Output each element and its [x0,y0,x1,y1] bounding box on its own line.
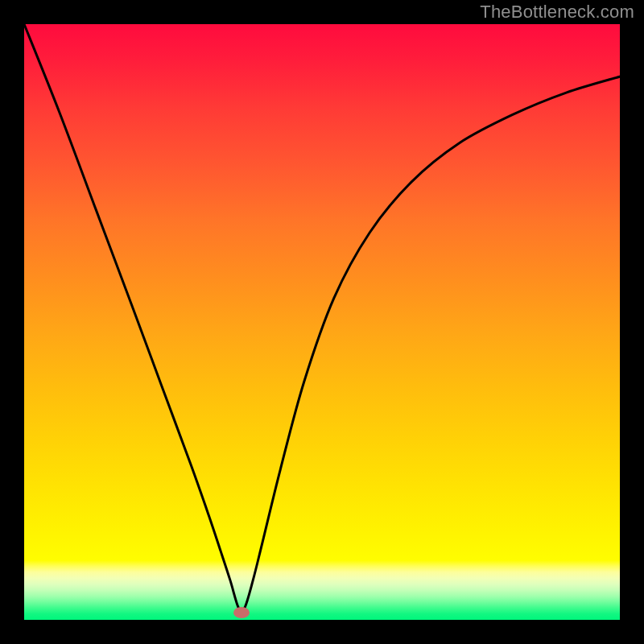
watermark-text: TheBottleneck.com [480,2,634,23]
bottleneck-curve [24,24,620,620]
plot-area [24,24,620,620]
chart-frame: TheBottleneck.com [0,0,644,644]
